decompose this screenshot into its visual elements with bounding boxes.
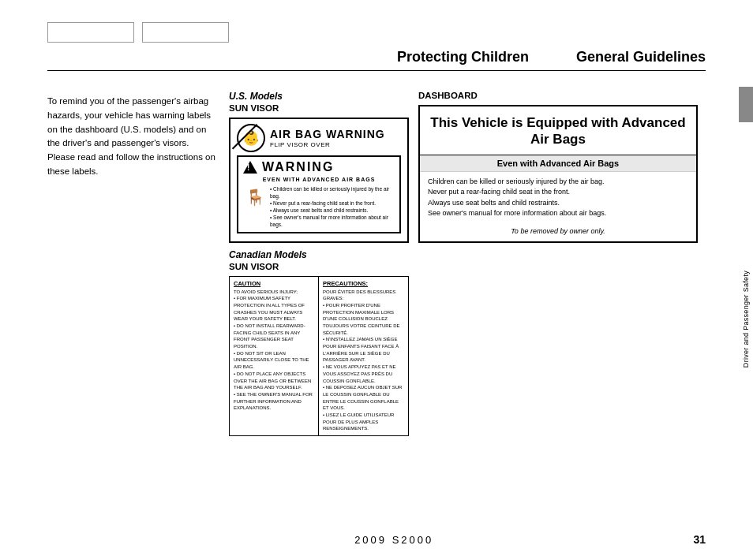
airbag-warning-top: 👶 AIR BAG WARNING FLIP VISOR OVER <box>237 124 401 152</box>
footer-page: 31 <box>693 533 706 546</box>
caution-box: CAUTION TO AVOID SERIOUS INJURY; • FOR M… <box>229 276 409 436</box>
header-titles: Protecting Children General Guidelines <box>47 49 706 69</box>
warning-triangle-icon <box>243 161 257 174</box>
dashboard-label: DASHBOARD <box>418 91 698 100</box>
warning-body-row: 🪑 • Children can be killed or seriously … <box>243 185 395 229</box>
header-area: Protecting Children General Guidelines <box>47 49 706 71</box>
header-divider <box>47 70 706 71</box>
middle-column: U.S. Models SUN VISOR 👶 AIR BAG WARNING … <box>229 87 418 517</box>
warning-label-box: WARNING EVEN WITH ADVANCED AIR BAGS 🪑 • … <box>237 155 401 233</box>
header-title-guidelines: General Guidelines <box>576 49 706 65</box>
dashboard-card-footer: To be removed by owner only. <box>420 224 696 241</box>
caution-right-header: PRECAUTIONS: <box>323 280 404 287</box>
airbag-warning-text-block: AIR BAG WARNING FLIP VISOR OVER <box>270 128 401 148</box>
right-column: DASHBOARD This Vehicle is Equipped with … <box>418 87 698 517</box>
vertical-label-tab <box>739 87 753 122</box>
left-column: To remind you of the passenger's airbag … <box>47 87 229 517</box>
top-tabs <box>47 22 229 43</box>
caution-right: PRECAUTIONS: POUR ÉVITER DES BLESSURES G… <box>319 277 408 435</box>
caution-left-header: CAUTION <box>234 280 314 287</box>
warning-word: WARNING <box>262 160 334 174</box>
dashboard-card: This Vehicle is Equipped with Advanced A… <box>418 105 698 243</box>
tab-1[interactable] <box>47 22 134 43</box>
airbag-flip-text: FLIP VISOR OVER <box>270 141 401 148</box>
dashboard-card-body: Children can be killed or seriously inju… <box>420 172 696 224</box>
main-content: To remind you of the passenger's airbag … <box>47 87 698 517</box>
footer: 2009 S2000 31 <box>47 533 706 546</box>
canadian-sun-visor-label: SUN VISOR <box>229 262 409 271</box>
no-child-icon-inner: 👶 <box>242 131 260 145</box>
vertical-label-container: Driver and Passenger Safety <box>739 87 753 517</box>
us-models-label: U.S. Models <box>229 91 409 102</box>
warning-bullets: • Children can be killed or seriously in… <box>270 185 395 229</box>
caution-right-text: POUR ÉVITER DES BLESSURES GRAVES: • POUR… <box>323 289 404 432</box>
warning-baby-icon: 🪑 <box>243 185 267 209</box>
airbag-title-large: AIR BAG WARNING <box>270 128 401 141</box>
header-title-protecting: Protecting Children <box>397 49 529 65</box>
dashboard-card-subtitle: Even with Advanced Air Bags <box>420 155 696 172</box>
left-column-text: To remind you of the passenger's airbag … <box>47 95 217 179</box>
canadian-section: Canadian Models SUN VISOR CAUTION TO AVO… <box>229 249 409 436</box>
page-container: Protecting Children General Guidelines T… <box>0 0 753 560</box>
caution-left: CAUTION TO AVOID SERIOUS INJURY; • FOR M… <box>230 277 319 435</box>
sun-visor-label: SUN VISOR <box>229 103 409 113</box>
no-child-icon: 👶 <box>237 124 265 152</box>
warning-triangle-row: WARNING <box>243 160 395 174</box>
vertical-label-text: Driver and Passenger Safety <box>739 122 753 517</box>
tab-2[interactable] <box>142 22 229 43</box>
airbag-warning-sticker: 👶 AIR BAG WARNING FLIP VISOR OVER WARNIN… <box>229 118 409 243</box>
dashboard-card-title: This Vehicle is Equipped with Advanced A… <box>420 106 696 155</box>
canadian-models-label: Canadian Models <box>229 249 409 260</box>
caution-left-text: TO AVOID SERIOUS INJURY; • FOR MAXIMUM S… <box>234 289 314 412</box>
vertical-text: Driver and Passenger Safety <box>742 271 750 368</box>
footer-model: 2009 S2000 <box>95 534 693 546</box>
warning-sublabel: EVEN WITH ADVANCED AIR BAGS <box>243 177 395 182</box>
